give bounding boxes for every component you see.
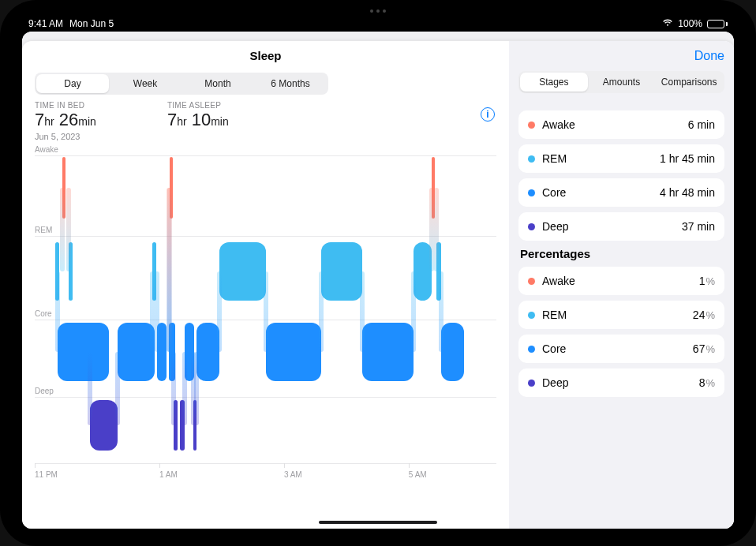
pct-name: Deep [542, 376, 568, 389]
stage-value: 37 min [682, 220, 715, 233]
xlabel-5am: 5 AM [409, 470, 427, 479]
chart-connector [115, 352, 120, 425]
stage-name: Deep [542, 220, 568, 233]
chart-connector [411, 271, 416, 352]
chart-segment [441, 323, 464, 381]
chart-connector [167, 188, 171, 352]
chart-connector [360, 271, 365, 352]
chart-connector [264, 271, 268, 352]
metrics: TIME IN BED 7hr 26min TIME ASLEEP 7hr 10… [35, 101, 496, 130]
chart-connector [439, 271, 443, 352]
tab-month[interactable]: Month [182, 74, 254, 93]
stage-card-awake[interactable]: Awake6 min [518, 110, 724, 139]
chart-connector [55, 271, 60, 352]
stage-dot-icon [528, 189, 535, 196]
stage-value: 1 hr 45 min [660, 152, 715, 165]
row-label-rem: REM [35, 226, 52, 236]
stage-name: Awake [542, 118, 575, 131]
time-asleep: TIME ASLEEP 7hr 10min [167, 101, 229, 130]
time-asleep-label: TIME ASLEEP [167, 101, 229, 110]
pct-value: 67% [693, 342, 715, 355]
pct-card-core[interactable]: Core67% [518, 335, 724, 363]
chart-segment [266, 323, 321, 381]
pct-card-rem[interactable]: REM24% [518, 301, 724, 329]
tab-comparisons[interactable]: Comparisons [655, 73, 723, 92]
row-label-awake: Awake [35, 145, 58, 155]
stage-value: 4 hr 48 min [660, 186, 715, 199]
bed-hours: 7 [35, 110, 44, 129]
battery-pct: 100% [678, 18, 702, 29]
row-label-core: Core [35, 309, 52, 320]
stage-name: REM [542, 152, 567, 165]
chart-connector [88, 352, 92, 425]
right-pane: Done Stages Amounts Comparisons Awake6 m… [509, 41, 734, 529]
device-dots [370, 9, 386, 13]
xlabel-3am: 3 AM [284, 470, 302, 479]
status-date: Mon Jun 5 [69, 18, 114, 29]
stage-card-core[interactable]: Core4 hr 48 min [518, 178, 724, 207]
bed-mins: 26 [59, 110, 78, 129]
tab-day[interactable]: Day [36, 74, 109, 93]
stage-dot-icon [528, 312, 535, 319]
pct-name: Core [542, 342, 566, 355]
stage-card-rem[interactable]: REM1 hr 45 min [518, 144, 724, 173]
chart-connector [319, 271, 324, 352]
screen: Sleep Day Week Month 6 Months TIME IN BE… [22, 32, 734, 529]
chart-segment [118, 323, 155, 381]
tab-6months[interactable]: 6 Months [254, 74, 327, 93]
sleep-chart[interactable]: Awake REM Core Deep [35, 148, 496, 479]
stage-card-deep[interactable]: Deep37 min [518, 212, 724, 241]
chart-segment [196, 323, 219, 381]
stage-dot-icon [528, 380, 535, 387]
detail-segmented-control: Stages Amounts Comparisons [518, 71, 724, 93]
tab-week[interactable]: Week [109, 74, 182, 93]
xlabel-1am: 1 AM [159, 470, 178, 479]
done-button[interactable]: Done [694, 49, 724, 63]
pct-value: 24% [693, 309, 715, 321]
chart-connector [155, 271, 159, 352]
chart-connector [434, 188, 439, 271]
pct-card-deep[interactable]: Deep8% [518, 368, 724, 397]
chart-connector [194, 352, 199, 425]
pct-name: REM [542, 309, 567, 321]
asleep-hours: 7 [167, 110, 177, 129]
info-icon[interactable]: i [481, 107, 495, 122]
tab-amounts[interactable]: Amounts [588, 73, 656, 92]
stage-value: 6 min [688, 118, 715, 131]
stage-dot-icon [528, 278, 535, 285]
ipad-frame: 9:41 AM Mon Jun 5 100% Sleep Day Week Mo… [0, 0, 756, 546]
row-label-deep: Deep [35, 387, 54, 397]
pct-card-awake[interactable]: Awake1% [518, 267, 724, 295]
home-indicator[interactable] [319, 521, 437, 524]
xlabel-11pm: 11 PM [35, 470, 58, 479]
time-in-bed: TIME IN BED 7hr 26min [35, 101, 96, 130]
chart-segment [219, 242, 266, 301]
status-time: 9:41 AM [28, 18, 63, 29]
stage-dot-icon [528, 155, 535, 163]
chart-connector [217, 271, 222, 352]
percentages-list: Awake1%REM24%Core67%Deep8% [518, 267, 724, 397]
sleep-card: Sleep Day Week Month 6 Months TIME IN BE… [22, 41, 734, 529]
pct-name: Awake [542, 275, 575, 287]
range-segmented-control: Day Week Month 6 Months [35, 73, 328, 95]
chart-segment [362, 323, 413, 381]
chart-connector [182, 352, 187, 425]
metric-date: Jun 5, 2023 [35, 132, 496, 141]
pct-value: 1% [699, 275, 715, 287]
status-bar: 9:41 AM Mon Jun 5 100% [22, 17, 734, 32]
pct-value: 8% [699, 376, 715, 389]
page-title: Sleep [35, 49, 496, 65]
stages-list: Awake6 minREM1 hr 45 minCore4 hr 48 minD… [518, 110, 724, 241]
chart-connector [171, 352, 176, 425]
chart-connector [66, 188, 71, 271]
percentages-header: Percentages [520, 247, 724, 260]
chart-segment [321, 242, 363, 301]
chart-connector [60, 188, 65, 271]
stage-dot-icon [528, 346, 535, 353]
stage-dot-icon [528, 122, 535, 129]
left-pane: Sleep Day Week Month 6 Months TIME IN BE… [22, 41, 509, 529]
chart-segment [58, 323, 108, 381]
asleep-mins: 10 [192, 110, 211, 129]
chart-segment [90, 400, 118, 451]
tab-stages[interactable]: Stages [520, 73, 588, 92]
